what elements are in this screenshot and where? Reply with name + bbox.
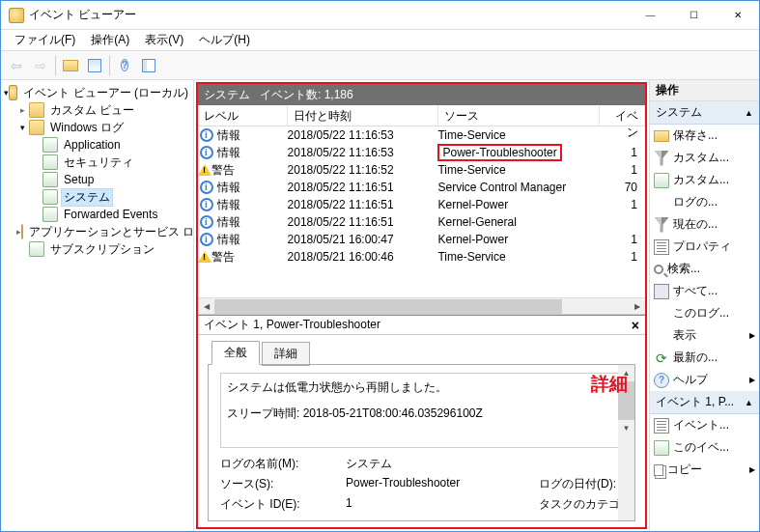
table-row[interactable]: 警告2018/05/21 16:00:46Time-Service1 [198,248,645,266]
table-row[interactable]: 情報2018/05/22 11:16:51Service Control Man… [198,179,645,196]
menu-view[interactable]: 表示(V) [137,30,191,50]
table-row[interactable]: 情報2018/05/22 11:16:53Power-Troubleshoote… [198,144,645,161]
col-source[interactable]: ソース [438,105,600,126]
action-label: カスタム... [673,150,729,166]
date-value: 2018/05/22 11:16:51 [288,215,438,229]
action-item[interactable]: 保存さ... [650,125,759,147]
table-row[interactable]: 情報2018/05/22 11:16:51Kernel-General [198,213,645,231]
filter-icon [654,217,669,233]
log-icon [654,173,669,188]
event-list[interactable]: レベル 日付と時刻 ソース イベン 情報2018/05/22 11:16:53T… [198,105,645,315]
level-value: 情報 [217,232,240,248]
scroll-right-icon[interactable]: ▶ [629,298,645,315]
forward-button[interactable]: ⇨ [29,54,52,77]
tree-application[interactable]: Application [3,136,191,154]
level-value: 情報 [217,127,240,144]
scroll-thumb[interactable] [214,299,562,314]
action-item[interactable]: すべて... [650,280,759,302]
scroll-left-icon[interactable]: ◀ [198,298,214,315]
table-row[interactable]: 情報2018/05/21 16:00:47Kernel-Power1 [198,231,645,248]
tree-root[interactable]: ▾イベント ビューアー (ローカル) [3,84,191,101]
action-item[interactable]: このイベ... [650,436,759,459]
action-item[interactable]: プロパティ [650,236,759,258]
col-eventid[interactable]: イベン [600,105,645,126]
table-row[interactable]: 警告2018/05/22 11:16:52Time-Service1 [198,161,645,179]
tree-pane[interactable]: ▾イベント ビューアー (ローカル) ▸カスタム ビュー ▾Windows ログ… [1,80,194,531]
table-row[interactable]: 情報2018/05/22 11:16:51Kernel-Power1 [198,196,645,213]
list-header[interactable]: レベル 日付と時刻 ソース イベン [198,105,645,126]
level-value: 情報 [217,180,240,196]
tree-subscriptions[interactable]: サブスクリプション [3,240,191,258]
open-button[interactable] [59,54,82,77]
action-item[interactable]: コピー▶ [650,459,759,481]
action-item[interactable]: このログ... [650,302,759,324]
actions-section-system[interactable]: システム ▲ [650,101,759,125]
save-icon [654,284,669,299]
folder-open-icon [654,130,669,142]
col-date[interactable]: 日付と時刻 [288,105,438,126]
eventid-value: 1 [600,146,645,159]
pane-button[interactable] [137,54,160,77]
eventid-value: 1 [600,163,645,177]
back-button[interactable]: ⇦ [5,54,28,77]
action-label: 保存さ... [673,127,718,144]
chevron-right-icon: ▶ [749,465,755,474]
action-item[interactable]: ?ヘルプ▶ [650,369,759,391]
tree-setup[interactable]: Setup [3,171,191,188]
help-icon: ? [654,373,669,388]
collapse-icon[interactable]: ▲ [745,108,753,118]
action-label: ログの... [673,194,718,210]
menu-action[interactable]: 操作(A) [83,30,137,50]
detail-close-icon[interactable]: × [632,318,639,333]
tree-windows-logs[interactable]: ▾Windows ログ [3,119,191,136]
minimize-button[interactable]: — [629,1,672,29]
menu-help[interactable]: ヘルプ(H) [191,30,258,50]
chevron-right-icon: ▶ [749,331,755,340]
source-value: Time-Service [437,250,600,264]
action-item[interactable]: カスタム... [650,169,759,191]
action-item[interactable]: カスタム... [650,147,759,169]
blank-icon [654,328,669,344]
action-item[interactable]: ログの... [650,191,759,213]
h-scrollbar[interactable]: ◀ ▶ [198,297,645,314]
tab-general[interactable]: 全般 [211,341,260,365]
detail-title: イベント 1, Power-Troubleshooter [204,317,632,333]
tree-security[interactable]: セキュリティ [3,154,191,171]
main-area: ▾イベント ビューアー (ローカル) ▸カスタム ビュー ▾Windows ログ… [1,80,759,531]
eventid-value: 1 [346,496,539,513]
detail-sleeptime: スリープ時間: 2018-05-21T08:00:46.035296100Z [227,406,616,422]
actions-section-event[interactable]: イベント 1, P... ▲ [650,391,759,414]
maximize-button[interactable]: ☐ [672,1,716,29]
tree-app-service-logs[interactable]: ▸アプリケーションとサービス ログ [3,223,191,240]
info-icon [200,215,213,229]
table-row[interactable]: 情報2018/05/22 11:16:53Time-Service [198,126,645,144]
action-item[interactable]: 検索... [650,258,759,280]
level-value: 情報 [217,145,240,161]
eventid-value: 70 [600,181,645,194]
action-item[interactable]: イベント... [650,414,759,436]
action-item[interactable]: 現在の... [650,213,759,236]
tab-detail[interactable]: 詳細 [262,342,310,366]
preview-button[interactable] [83,54,106,77]
tree-system[interactable]: システム [3,188,191,206]
date-value: 2018/05/22 11:16:51 [288,181,438,194]
tree-forwarded[interactable]: Forwarded Events [3,206,191,223]
scroll-down-icon[interactable]: ▼ [618,420,634,436]
action-item[interactable]: ⟳最新の... [650,347,759,369]
collapse-icon[interactable]: ▲ [745,398,753,407]
info-icon [200,181,213,194]
window-title: イベント ビューアー [29,7,629,23]
detail-overlay-label: 詳細 [591,372,628,397]
action-label: イベント... [673,417,729,434]
info-icon [200,233,213,246]
log-icon [654,440,669,456]
col-level[interactable]: レベル [198,105,288,126]
menu-file[interactable]: ファイル(F) [7,30,83,50]
close-button[interactable]: ✕ [716,1,759,29]
tree-custom-views[interactable]: ▸カスタム ビュー [3,101,191,119]
detail-body: システムは低電力状態から再開しました。 スリープ時間: 2018-05-21T0… [208,365,635,521]
help-button[interactable]: ? [113,54,136,77]
info-icon [200,128,213,142]
action-item[interactable]: 表示▶ [650,324,759,347]
eventid-value: 1 [600,233,645,246]
